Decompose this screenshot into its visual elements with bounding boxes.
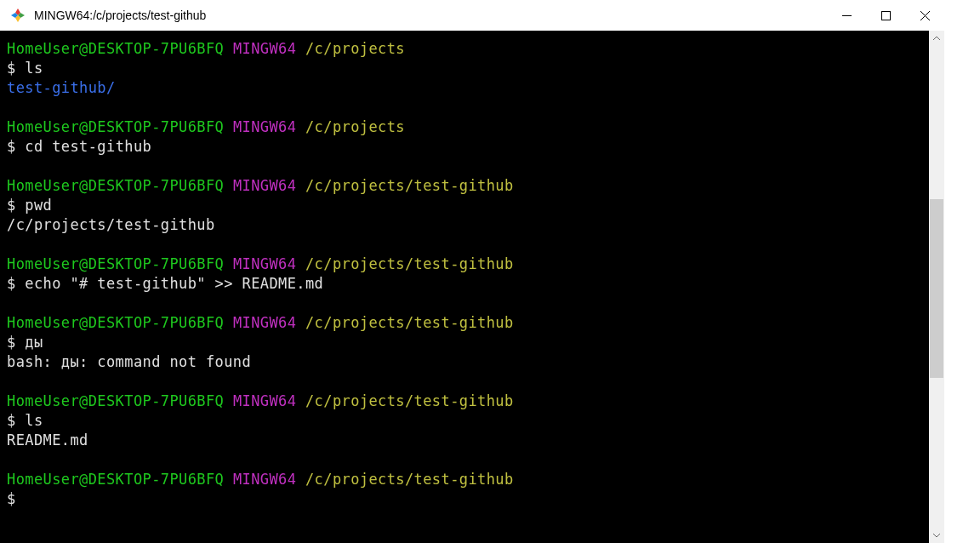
prompt-user-host: HomeUser@DESKTOP-7PU6BFQ — [7, 392, 224, 409]
blank-line — [7, 157, 922, 176]
prompt-env: MINGW64 — [233, 255, 296, 272]
scrollbar[interactable] — [929, 31, 944, 543]
prompt-dollar: $ — [7, 412, 25, 429]
output-line: README.md — [7, 431, 922, 450]
prompt-env: MINGW64 — [233, 471, 296, 488]
minimize-button[interactable] — [827, 0, 866, 31]
scrollbar-track[interactable] — [929, 46, 944, 528]
prompt-env: MINGW64 — [233, 177, 296, 194]
command-line: $ ды — [7, 333, 922, 352]
output-line: /c/projects/test-github — [7, 215, 922, 235]
prompt-user-host: HomeUser@DESKTOP-7PU6BFQ — [7, 255, 224, 272]
prompt-dollar: $ — [7, 490, 16, 507]
output-text: /c/projects/test-github — [7, 216, 215, 233]
scroll-up-icon[interactable] — [929, 31, 944, 46]
output-text: bash: ды: command not found — [7, 353, 251, 370]
prompt-env: MINGW64 — [233, 392, 296, 409]
prompt-user-host: HomeUser@DESKTOP-7PU6BFQ — [7, 471, 224, 488]
window-title: MINGW64:/c/projects/test-github — [34, 9, 206, 22]
prompt-dollar: $ — [7, 60, 25, 77]
app-icon — [10, 8, 26, 23]
blank-line — [7, 450, 922, 470]
prompt-path: /c/projects/test-github — [305, 471, 514, 488]
prompt-line: HomeUser@DESKTOP-7PU6BFQ MINGW64 /c/proj… — [7, 254, 922, 274]
prompt-user-host: HomeUser@DESKTOP-7PU6BFQ — [7, 177, 224, 194]
prompt-user-host: HomeUser@DESKTOP-7PU6BFQ — [7, 314, 224, 331]
command-line: $ — [7, 489, 922, 509]
prompt-dollar: $ — [7, 275, 25, 292]
scroll-down-icon[interactable] — [929, 528, 944, 543]
svg-rect-5 — [881, 11, 890, 20]
blank-line — [7, 98, 922, 117]
prompt-dollar: $ — [7, 138, 25, 155]
output-line: bash: ды: command not found — [7, 352, 922, 372]
command-text: echo "# test-github" >> README.md — [25, 275, 323, 292]
prompt-dollar: $ — [7, 197, 25, 214]
prompt-path: /c/projects/test-github — [305, 314, 514, 331]
titlebar[interactable]: MINGW64:/c/projects/test-github — [0, 0, 944, 31]
scrollbar-thumb[interactable] — [930, 199, 943, 378]
maximize-button[interactable] — [866, 0, 905, 31]
command-line: $ ls — [7, 59, 922, 78]
command-line: $ echo "# test-github" >> README.md — [7, 274, 922, 294]
command-line: $ ls — [7, 411, 922, 431]
prompt-line: HomeUser@DESKTOP-7PU6BFQ MINGW64 /c/proj… — [7, 117, 922, 137]
command-line: $ cd test-github — [7, 137, 922, 157]
prompt-user-host: HomeUser@DESKTOP-7PU6BFQ — [7, 40, 224, 57]
command-text: cd test-github — [25, 138, 151, 155]
prompt-env: MINGW64 — [233, 40, 296, 57]
command-text: ls — [25, 60, 43, 77]
prompt-line: HomeUser@DESKTOP-7PU6BFQ MINGW64 /c/proj… — [7, 313, 922, 333]
prompt-env: MINGW64 — [233, 118, 296, 135]
prompt-path: /c/projects — [305, 40, 405, 57]
command-text: ды — [25, 334, 43, 351]
command-line: $ pwd — [7, 196, 922, 215]
prompt-line: HomeUser@DESKTOP-7PU6BFQ MINGW64 /c/proj… — [7, 392, 922, 411]
terminal-output[interactable]: HomeUser@DESKTOP-7PU6BFQ MINGW64 /c/proj… — [0, 31, 929, 543]
output-text: test-github/ — [7, 79, 116, 96]
close-button[interactable] — [905, 0, 944, 31]
prompt-line: HomeUser@DESKTOP-7PU6BFQ MINGW64 /c/proj… — [7, 470, 922, 489]
prompt-line: HomeUser@DESKTOP-7PU6BFQ MINGW64 /c/proj… — [7, 176, 922, 196]
terminal-window: MINGW64:/c/projects/test-github HomeUser… — [0, 0, 944, 543]
prompt-line: HomeUser@DESKTOP-7PU6BFQ MINGW64 /c/proj… — [7, 39, 922, 59]
terminal-area: HomeUser@DESKTOP-7PU6BFQ MINGW64 /c/proj… — [0, 31, 944, 543]
prompt-user-host: HomeUser@DESKTOP-7PU6BFQ — [7, 118, 224, 135]
command-text: ls — [25, 412, 43, 429]
prompt-dollar: $ — [7, 334, 25, 351]
prompt-path: /c/projects/test-github — [305, 392, 514, 409]
prompt-path: /c/projects/test-github — [305, 177, 514, 194]
blank-line — [7, 294, 922, 313]
output-text: README.md — [7, 432, 88, 449]
blank-line — [7, 372, 922, 392]
prompt-path: /c/projects — [305, 118, 405, 135]
output-line: test-github/ — [7, 78, 922, 98]
blank-line — [7, 235, 922, 254]
prompt-path: /c/projects/test-github — [305, 255, 514, 272]
command-text: pwd — [25, 197, 52, 214]
prompt-env: MINGW64 — [233, 314, 296, 331]
